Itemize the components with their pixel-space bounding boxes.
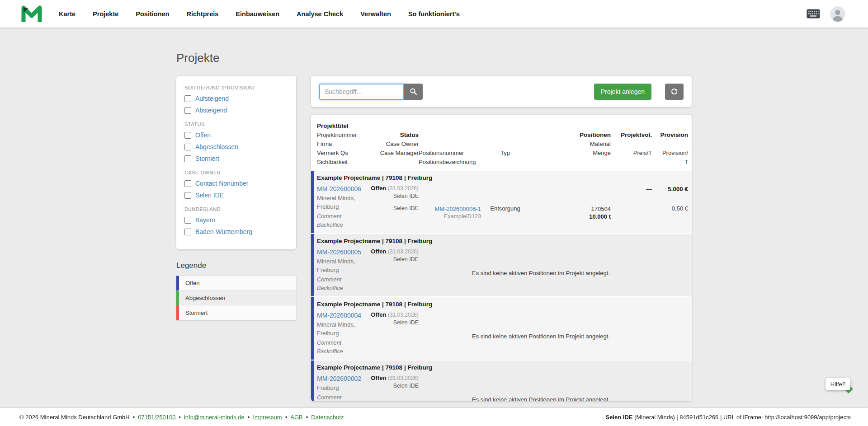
- filter-section-case-owner: CASE OWNER: [184, 170, 288, 175]
- project-case-owner: Selen IDE: [393, 382, 419, 390]
- projects-table: Projekttitel Projektnummer Status Positi…: [311, 115, 692, 401]
- filter-panel: SORTIERUNG (PROVISION) Aufsteigend Abste…: [176, 76, 296, 249]
- footer-agb-link[interactable]: AGB: [290, 414, 302, 421]
- logo-m-icon: [21, 5, 42, 23]
- nav-item-verwalten[interactable]: Verwalten: [360, 10, 391, 18]
- create-project-button[interactable]: Projekt anlegen: [594, 84, 651, 100]
- project-company-city: Freiburg: [317, 266, 394, 274]
- help-button[interactable]: Hilfe?: [826, 378, 850, 390]
- no-positions-message: Es sind keine aktiven Positionen im Proj…: [394, 333, 688, 340]
- project-company: Mineral Minds,: [317, 257, 394, 266]
- filter-option-aufsteigend[interactable]: Aufsteigend: [184, 94, 288, 103]
- filter-section-status: STATUS: [184, 122, 288, 127]
- project-vermerk: Backoffice: [317, 347, 394, 356]
- column-header-case-owner: Case Owner: [394, 139, 419, 148]
- column-header-projekttitel: Projekttitel: [317, 121, 481, 130]
- project-row-mm-202600006[interactable]: Example Projectname | 79108 | Freiburg M…: [311, 171, 692, 233]
- column-header-projektnummer: Projektnummer: [317, 130, 394, 139]
- column-header-material: Material: [529, 139, 611, 148]
- project-title: Example Projectname | 79108 | Freiburg: [317, 301, 688, 308]
- nav-item-richtpreis[interactable]: Richtpreis: [186, 10, 218, 18]
- checkbox-abgeschlossen[interactable]: [184, 144, 191, 150]
- search-input[interactable]: [319, 84, 404, 100]
- legend-item-storniert: Storniert: [176, 305, 296, 320]
- table-header: Projekttitel Projektnummer Status Positi…: [311, 115, 692, 171]
- column-header-status: Status: [394, 130, 419, 139]
- no-positions-message: Es sind keine aktiven Positionen im Proj…: [394, 396, 688, 401]
- checkbox-baden-wuerttemberg[interactable]: [184, 229, 191, 235]
- column-header-projektvol: Projektvol.: [611, 130, 652, 139]
- checkbox-offen[interactable]: [184, 132, 191, 139]
- column-header-case-manager: Case Manager: [394, 148, 419, 157]
- position-case-manager: Selen IDE: [394, 205, 419, 220]
- legend-item-abgeschlossen: Abgeschlossen: [176, 290, 296, 305]
- position-menge-cell: 170504 10.000 t: [529, 205, 611, 220]
- search-button[interactable]: [404, 84, 423, 100]
- position-preis-t: —: [611, 205, 652, 220]
- keyboard-icon[interactable]: [807, 9, 820, 19]
- main-nav: Karte Projekte Positionen Richtpreis Ein…: [59, 10, 460, 18]
- nav-item-projekte[interactable]: Projekte: [93, 10, 118, 18]
- refresh-button[interactable]: [665, 84, 684, 100]
- position-material: 170504: [591, 205, 611, 213]
- column-header-sichtbarkeit: Sichtbarkeit: [317, 157, 394, 166]
- position-typ: Entsorgung: [481, 205, 529, 220]
- filter-option-abgeschlossen[interactable]: Abgeschlossen: [184, 143, 288, 151]
- footer-info: © 2026 Mineral Minds Deutschland GmbH • …: [19, 414, 344, 421]
- footer-email-link[interactable]: info@mineral-minds.de: [184, 414, 245, 421]
- filter-option-contact-nonumber[interactable]: Contact Nonumber: [184, 179, 288, 187]
- project-row-mm-202600004[interactable]: Example Projectname | 79108 | Freiburg M…: [311, 297, 692, 360]
- project-row-mm-202600002[interactable]: Example Projectname | 79108 | Freiburg M…: [311, 360, 692, 401]
- filter-option-bayern[interactable]: Bayern: [184, 216, 288, 224]
- filter-section-bundesland: BUNDESLAND: [184, 206, 288, 212]
- position-number-cell: MM-202600006-1 ExampleID123: [419, 205, 481, 220]
- nav-item-so-funktionierts[interactable]: So funktioniert's: [408, 10, 460, 18]
- project-status: Offen (31.03.2026): [371, 248, 419, 256]
- position-bezeichnung: ExampleID123: [444, 213, 481, 220]
- project-company-city: Freiburg: [317, 329, 394, 337]
- checkbox-storniert[interactable]: [184, 155, 191, 162]
- project-row-mm-202600005[interactable]: Example Projectname | 79108 | Freiburg M…: [311, 234, 692, 296]
- project-case-owner: Selen IDE: [393, 256, 419, 263]
- footer-phone-link[interactable]: 07151/250100: [138, 414, 175, 421]
- nav-item-analyse-check[interactable]: Analyse Check: [297, 10, 343, 18]
- project-case-owner: Selen IDE: [393, 192, 419, 200]
- project-vermerk: Comment: [317, 276, 394, 284]
- filter-option-selen-ide[interactable]: Selen IDE: [184, 191, 288, 199]
- column-header-provision: Provision: [652, 130, 688, 139]
- legend-title: Legende: [176, 261, 296, 270]
- refresh-icon: [670, 88, 678, 95]
- footer-datenschutz-link[interactable]: Datenschutz: [311, 414, 344, 421]
- user-avatar-icon[interactable]: [830, 6, 845, 22]
- filter-option-absteigend[interactable]: Absteigend: [184, 106, 288, 114]
- search-toolbar: Projekt anlegen: [311, 76, 692, 107]
- nav-item-einbauweisen[interactable]: Einbauweisen: [236, 10, 279, 18]
- column-header-provision-t: Provision/: [652, 148, 688, 157]
- checkbox-selen-ide[interactable]: [184, 192, 191, 199]
- project-provision: 5.000 €: [652, 184, 688, 200]
- position-number-link[interactable]: MM-202600006-1: [434, 205, 481, 213]
- project-vermerk: Comment: [317, 339, 394, 347]
- filter-option-baden-wuerttemberg[interactable]: Baden-Württemberg: [184, 228, 288, 236]
- mineral-minds-logo[interactable]: [21, 5, 42, 23]
- checkbox-bayern[interactable]: [184, 217, 191, 224]
- checkbox-aufsteigend[interactable]: [184, 95, 191, 102]
- project-company-city: Freiburg: [317, 384, 394, 392]
- column-header-positionsbezeichnung: Positionsbezeichnung: [419, 157, 529, 166]
- project-case-owner: Selen IDE: [393, 319, 419, 327]
- project-status: Offen (31.03.2026): [371, 311, 419, 319]
- filter-option-offen[interactable]: Offen: [184, 131, 288, 139]
- checkbox-contact-nonumber[interactable]: [184, 180, 191, 187]
- top-navbar: Karte Projekte Positionen Richtpreis Ein…: [0, 0, 868, 28]
- footer-impressum-link[interactable]: Impressum: [253, 414, 282, 421]
- nav-item-karte[interactable]: Karte: [59, 10, 75, 18]
- position-menge: 10.000 t: [589, 213, 611, 220]
- project-vermerk: Comment: [317, 212, 394, 221]
- filter-option-storniert[interactable]: Storniert: [184, 154, 288, 163]
- no-positions-message: Es sind keine aktiven Positionen im Proj…: [394, 270, 688, 276]
- project-vermerk: Comment: [317, 393, 394, 401]
- checkbox-absteigend[interactable]: [184, 107, 191, 114]
- page-title: Projekte: [176, 51, 692, 65]
- nav-item-positionen[interactable]: Positionen: [136, 10, 169, 18]
- filter-section-sortierung: SORTIERUNG (PROVISION): [184, 85, 288, 90]
